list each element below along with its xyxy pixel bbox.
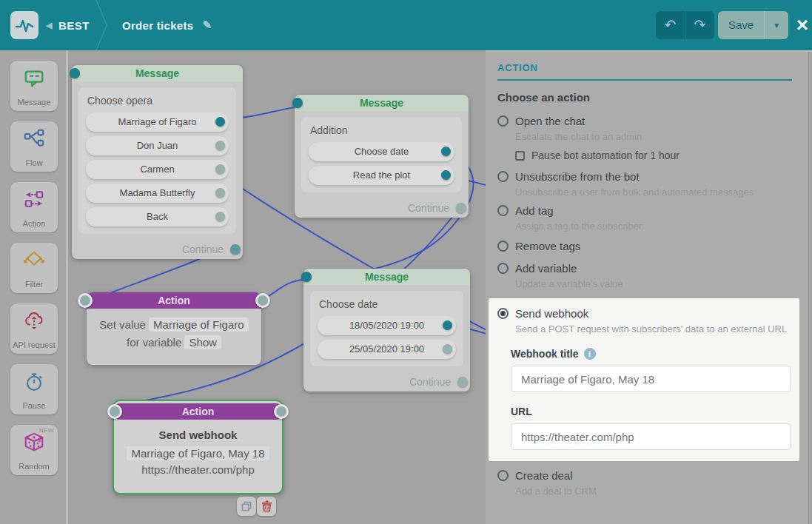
checkbox[interactable]: [515, 151, 525, 161]
action-line: for variable Show: [93, 334, 255, 352]
node-body: Choose date 18/05/2020 19:00 25/05/2020 …: [310, 291, 463, 366]
message-node-choose-opera[interactable]: Message Choose opera Marriage of Figaro …: [72, 65, 243, 259]
continue-port[interactable]: [230, 244, 241, 255]
input-port[interactable]: [292, 98, 303, 108]
webhook-title-input[interactable]: [511, 366, 791, 392]
radio-unselected[interactable]: [497, 171, 509, 182]
node-button[interactable]: Carmen: [86, 160, 229, 179]
redo-icon: ↷: [694, 17, 706, 33]
output-port[interactable]: [215, 212, 225, 221]
tool-random[interactable]: NEW Random: [10, 425, 58, 475]
node-button[interactable]: Read the plot: [309, 166, 454, 185]
option-add-variable[interactable]: Add variable: [497, 260, 792, 276]
option-open-the-chat[interactable]: Open the chat: [497, 112, 792, 129]
close-button[interactable]: ×: [792, 10, 812, 40]
option-label: Remove tags: [515, 240, 580, 252]
radio-unselected[interactable]: [497, 263, 509, 274]
breadcrumb-separator: [93, 0, 111, 50]
output-port[interactable]: [215, 117, 225, 127]
message-text: Choose date: [319, 298, 456, 310]
node-body: Choose opera Marriage of Figaro Don Juan…: [78, 87, 236, 234]
node-button[interactable]: 18/05/2020 19:00: [318, 316, 456, 335]
tool-message[interactable]: Message: [10, 61, 58, 111]
option-add-tag[interactable]: Add tag: [497, 202, 792, 218]
save-dropdown-button[interactable]: ▾: [765, 11, 788, 39]
undo-redo-group: ↶ ↷: [656, 11, 714, 39]
trash-icon: [261, 500, 272, 512]
radio-unselected[interactable]: [497, 115, 509, 127]
back-arrow-icon: ◀: [46, 21, 53, 30]
webhook-title-chip: Marriage of Figaro, May 18: [127, 446, 269, 460]
pulse-icon: [13, 14, 36, 36]
node-button[interactable]: 25/05/2020 19:00: [318, 340, 456, 359]
option-label: Unsubscribe from the bot: [515, 170, 640, 183]
output-port[interactable]: [215, 141, 225, 150]
node-button[interactable]: Don Juan: [86, 136, 229, 155]
input-port[interactable]: [70, 68, 80, 78]
duplicate-node-button[interactable]: [237, 497, 256, 516]
undo-button[interactable]: ↶: [656, 11, 685, 39]
input-port[interactable]: [107, 404, 122, 419]
tool-filter[interactable]: Filter: [10, 243, 58, 293]
close-icon: ×: [796, 13, 808, 36]
tool-flow[interactable]: Flow: [10, 121, 58, 172]
node-button-label: Back: [147, 211, 168, 222]
output-port[interactable]: [255, 293, 270, 308]
tools-sidebar: Message Flow Action Filter: [0, 50, 68, 524]
option-remove-tags[interactable]: Remove tags: [497, 238, 792, 254]
radio-selected[interactable]: [497, 308, 509, 319]
redo-button[interactable]: ↷: [685, 11, 714, 39]
node-button[interactable]: Madama Butterfly: [86, 184, 229, 203]
breadcrumb-back[interactable]: ◀ BEST: [46, 0, 90, 50]
action-node-send-webhook[interactable]: Action Send webhook Marriage of Figaro, …: [113, 400, 283, 494]
info-icon[interactable]: i: [584, 348, 596, 360]
option-label: Open the chat: [515, 115, 585, 127]
top-bar: ◀ BEST Order tickets ✎ ↶ ↷ Save ▾ ×: [0, 0, 812, 50]
tool-label: API request: [13, 340, 55, 349]
app-logo[interactable]: [10, 11, 38, 39]
output-port[interactable]: [215, 164, 225, 174]
save-button[interactable]: Save: [718, 11, 764, 39]
output-port[interactable]: [441, 170, 451, 180]
radio-unselected[interactable]: [497, 241, 509, 252]
input-port[interactable]: [78, 293, 93, 308]
node-title: Message: [135, 67, 179, 79]
option-send-webhook[interactable]: Send webhook: [497, 305, 792, 321]
output-port[interactable]: [274, 404, 289, 419]
message-node-addition[interactable]: Message Addition Choose date Read the pl…: [295, 95, 469, 218]
delete-node-button[interactable]: [257, 497, 276, 516]
tool-api-request[interactable]: API request: [10, 303, 58, 354]
option-unsubscribe[interactable]: Unsubscribe from the bot: [497, 168, 792, 184]
radio-unselected[interactable]: [497, 470, 509, 481]
node-button-label: 25/05/2020 19:00: [349, 343, 424, 355]
tool-pause[interactable]: Pause: [10, 364, 58, 414]
webhook-url-text: https://theater.com/php: [120, 463, 276, 476]
webhook-url-input[interactable]: [511, 423, 791, 450]
node-footer: Continue: [303, 372, 470, 392]
action-node-set-value[interactable]: Action Set value Marriage of Figaro for …: [87, 292, 261, 365]
node-button-label: 18/05/2020 19:00: [349, 320, 424, 331]
random-dice-icon: [23, 431, 45, 454]
flow-canvas[interactable]: Message Choose opera Marriage of Figaro …: [0, 50, 486, 524]
output-port[interactable]: [443, 320, 452, 330]
continue-port[interactable]: [456, 203, 466, 213]
tool-label: Action: [23, 219, 46, 228]
option-create-deal[interactable]: Create deal: [497, 467, 792, 483]
output-port[interactable]: [443, 344, 452, 354]
node-button-label: Marriage of Figaro: [118, 116, 196, 127]
tool-action[interactable]: Action: [10, 182, 58, 232]
edit-title-icon[interactable]: ✎: [202, 19, 212, 32]
pause-automation-checkbox-row[interactable]: Pause bot automation for 1 hour: [515, 149, 792, 162]
output-port[interactable]: [441, 147, 451, 156]
node-button[interactable]: Choose date: [309, 142, 454, 161]
input-port[interactable]: [301, 272, 312, 282]
breadcrumb-back-label: BEST: [58, 19, 90, 32]
continue-port[interactable]: [457, 377, 468, 387]
message-node-choose-date[interactable]: Message Choose date 18/05/2020 19:00 25/…: [303, 269, 470, 392]
node-button[interactable]: Marriage of Figaro: [86, 112, 229, 132]
node-header: Action: [116, 403, 280, 420]
save-split-button: Save ▾: [718, 11, 788, 39]
output-port[interactable]: [215, 188, 225, 198]
radio-unselected[interactable]: [497, 205, 509, 216]
node-button[interactable]: Back: [86, 207, 229, 226]
